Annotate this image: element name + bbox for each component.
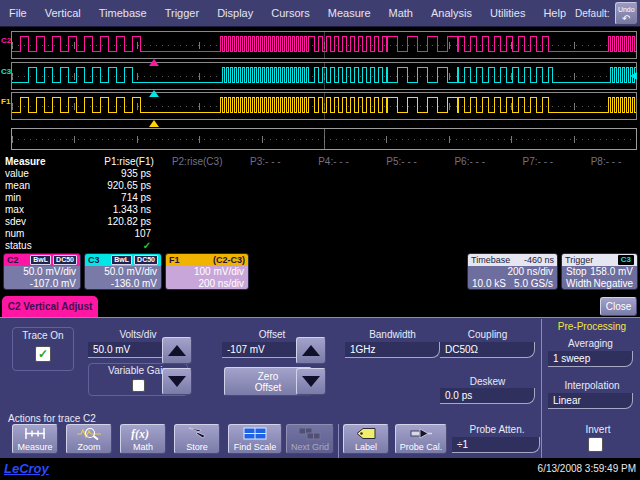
store-icon xyxy=(186,427,208,442)
measure-col-header-p1[interactable]: P1:rise(F1) xyxy=(95,156,163,168)
volts-div-up-button[interactable] xyxy=(162,337,192,364)
c2-grid-strip[interactable] xyxy=(11,31,637,59)
c2-vertical-adjust-dialog: Trace On Volts/div 50.0 mV Variable Gain… xyxy=(0,317,640,458)
zoom-icon xyxy=(77,427,101,442)
c3-level-arrow-icon[interactable] xyxy=(630,72,637,80)
menu-item-help[interactable]: Help xyxy=(534,7,575,19)
measure-value-p6-min xyxy=(436,192,504,204)
interpolation-label: Interpolation xyxy=(548,380,636,392)
empty-grid-strip[interactable] xyxy=(11,128,637,150)
averaging-label: Averaging xyxy=(548,338,633,350)
measure-value-p7-min xyxy=(504,192,572,204)
c3-dc50-badge: DC50 xyxy=(134,255,158,265)
zoom-button[interactable]: Zoom xyxy=(66,424,112,454)
measure-value-p4-sdev xyxy=(299,216,367,228)
measure-status-p6 xyxy=(436,240,504,252)
c2-trigger-marker-icon[interactable] xyxy=(149,59,159,66)
menu-item-trigger[interactable]: Trigger xyxy=(156,7,208,19)
menu-item-timebase[interactable]: Timebase xyxy=(90,7,156,19)
label-button[interactable]: Label xyxy=(343,424,389,454)
measure-col-header-p2[interactable]: P2:rise(C3) xyxy=(163,156,231,168)
offset-down-button[interactable] xyxy=(296,368,326,395)
measure-value-p6-mean xyxy=(436,180,504,192)
c2-descriptor-box[interactable]: C2 BwL DC50 50.0 mV/div -107.0 mV xyxy=(3,253,81,290)
datetime-display: 6/13/2008 3:59:49 PM xyxy=(538,463,636,474)
deskew-field[interactable]: 0.0 ps xyxy=(440,388,535,404)
measure-value-p3-value xyxy=(231,168,299,180)
menu-item-measure[interactable]: Measure xyxy=(319,7,380,19)
measure-value-p5-num xyxy=(368,228,436,240)
coupling-field[interactable]: DC50Ω xyxy=(440,342,535,358)
trigger-descriptor-box[interactable]: Trigger C3 Stop 158.0 mV Width Negative xyxy=(561,253,638,290)
timebase-samples-value: 10.0 kS xyxy=(472,278,506,290)
coupling-label: Coupling xyxy=(440,329,535,341)
measure-col-header-p5[interactable]: P5:- - - xyxy=(368,156,436,168)
measure-status-p8 xyxy=(572,240,640,252)
f1-trace-label: F1 xyxy=(1,97,10,106)
measure-status-p1: ✓ xyxy=(95,240,163,252)
c2-bwl-badge: BwL xyxy=(30,255,51,265)
menu-item-utilities[interactable]: Utilities xyxy=(481,7,534,19)
tab-c2-vertical-adjust[interactable]: C2 Vertical Adjust xyxy=(2,296,98,317)
undo-button[interactable]: Undo ↶ xyxy=(615,2,638,25)
measure-col-header-p7[interactable]: P7:- - - xyxy=(504,156,572,168)
measure-col-header-p6[interactable]: P6:- - - xyxy=(436,156,504,168)
averaging-field[interactable]: 1 sweep xyxy=(548,351,633,367)
trace-on-checkbox[interactable] xyxy=(35,346,51,362)
down-arrow-icon xyxy=(302,376,320,387)
c3-grid-strip[interactable] xyxy=(11,62,637,90)
c3-descriptor-box[interactable]: C3 BwL DC50 50.0 mV/div -136.0 mV xyxy=(84,253,162,290)
menu-item-math[interactable]: Math xyxy=(380,7,422,19)
action-button-label: Zoom xyxy=(77,442,100,452)
probe-atten-label: Probe Atten. xyxy=(452,424,542,436)
bandwidth-field[interactable]: 1GHz xyxy=(345,342,440,358)
menu-item-cursors[interactable]: Cursors xyxy=(262,7,319,19)
measure-col-header-p3[interactable]: P3:- - - xyxy=(231,156,299,168)
f1-trigger-marker-icon[interactable] xyxy=(149,120,159,127)
store-button[interactable]: Store xyxy=(174,424,220,454)
c3-trigger-marker-icon[interactable] xyxy=(149,90,159,97)
c2-offset-value: -107.0 mV xyxy=(8,278,76,290)
trigger-source-badge: C3 xyxy=(618,255,634,265)
c3-waveform xyxy=(12,63,636,89)
probe-atten-field[interactable]: ÷1 xyxy=(452,437,540,453)
offset-up-button[interactable] xyxy=(296,337,326,364)
invert-checkbox[interactable] xyxy=(588,437,603,452)
f1-descriptor-box[interactable]: F1 (C2-C3) 100 mV/div 200 ns/div xyxy=(165,253,249,290)
variable-gain-checkbox[interactable] xyxy=(132,379,145,392)
close-button[interactable]: Close xyxy=(600,297,637,316)
timebase-title: Timebase xyxy=(471,255,510,265)
measure-value-p4-value xyxy=(299,168,367,180)
measure-col-header-p8[interactable]: P8:- - - xyxy=(572,156,640,168)
f1-grid-strip[interactable] xyxy=(11,92,637,120)
measure-value-p1-sdev: 120.82 ps xyxy=(95,216,163,228)
invert-label: Invert xyxy=(560,424,636,436)
label-icon xyxy=(354,427,378,442)
measure-row-label-min: min xyxy=(0,192,95,204)
trace-on-label: Trace On xyxy=(13,330,73,342)
menu-item-vertical[interactable]: Vertical xyxy=(36,7,90,19)
menu-item-display[interactable]: Display xyxy=(208,7,262,19)
measure-value-p3-sdev xyxy=(231,216,299,228)
measure-value-p8-sdev xyxy=(572,216,640,228)
measure-col-header-p4[interactable]: P4:- - - xyxy=(299,156,367,168)
menu-item-analysis[interactable]: Analysis xyxy=(422,7,481,19)
measure-row-label-sdev: sdev xyxy=(0,216,95,228)
timebase-descriptor-box[interactable]: Timebase -460 ns 200 ns/div 10.0 kS 5.0 … xyxy=(467,253,558,290)
measure-value-p3-num xyxy=(231,228,299,240)
dialog-tab-bar: C2 Vertical Adjust Close xyxy=(0,293,640,317)
measure-value-p7-sdev xyxy=(504,216,572,228)
volts-div-down-button[interactable] xyxy=(162,368,192,395)
interpolation-field[interactable]: Linear xyxy=(548,393,633,409)
trigger-type-value: Width xyxy=(566,278,592,290)
f1-vdiv-value: 100 mV/div xyxy=(170,266,244,278)
c2-vdiv-value: 50.0 mV/div xyxy=(8,266,76,278)
action-button-label: Find Scale xyxy=(234,442,277,452)
find-scale-button[interactable]: Find Scale xyxy=(228,424,282,454)
probe-cal-button[interactable]: Probe Cal. xyxy=(395,424,447,454)
measure-button[interactable]: Measure xyxy=(12,424,58,454)
menu-item-file[interactable]: File xyxy=(0,7,36,19)
measure-value-p1-num: 107 xyxy=(95,228,163,240)
f1-tdiv-value: 200 ns/div xyxy=(170,278,244,290)
math-button[interactable]: f(x)Math xyxy=(120,424,166,454)
